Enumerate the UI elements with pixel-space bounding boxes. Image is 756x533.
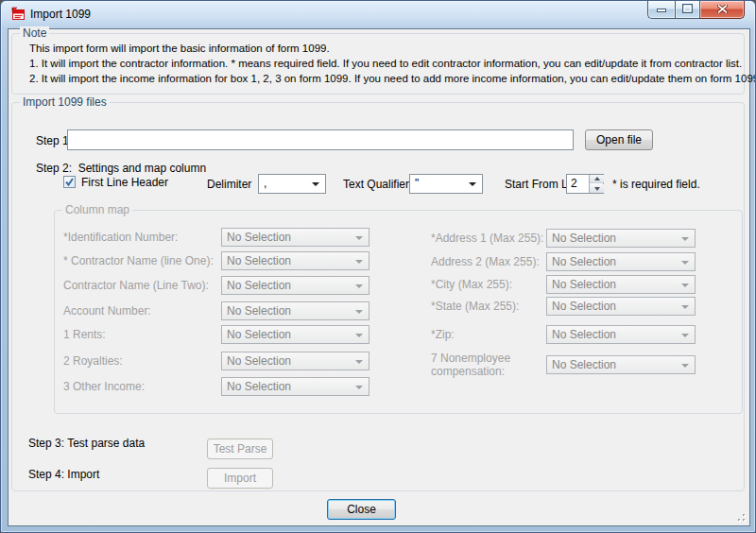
test-parse-button[interactable]: Test Parse: [207, 438, 273, 459]
identification-number-select[interactable]: No Selection: [221, 228, 369, 247]
column-map-row: 1 Rents: No Selection: [63, 325, 369, 344]
resize-grip-icon[interactable]: [734, 510, 747, 523]
chevron-down-icon: [355, 284, 363, 288]
chevron-down-icon: [681, 261, 689, 265]
chevron-down-icon: [469, 182, 476, 186]
city-select[interactable]: No Selection: [546, 275, 696, 294]
spinner-down-button[interactable]: [590, 184, 604, 193]
address1-select[interactable]: No Selection: [546, 229, 696, 248]
note-line-2: 1. It will import the contractor informa…: [29, 58, 742, 69]
other-income-label: 3 Other Income:: [63, 380, 145, 393]
contractor-name-two-select[interactable]: No Selection: [221, 276, 369, 295]
chevron-down-icon: [355, 386, 363, 389]
form-1099-icon: [10, 7, 26, 22]
column-map-row: 2 Royalties: No Selection: [63, 352, 369, 370]
delimiter-label: Delimiter: [207, 178, 251, 191]
chevron-down-icon: [681, 284, 689, 287]
contractor-name-two-label: Contractor Name (Line Two):: [63, 279, 209, 292]
close-button[interactable]: Close: [327, 499, 396, 520]
note-groupbox: Note This import form will import the ba…: [11, 33, 745, 95]
note-groupbox-title: Note: [20, 26, 49, 40]
text-qualifier-select[interactable]: ": [409, 174, 483, 194]
royalties-select[interactable]: No Selection: [221, 352, 369, 370]
royalties-label: 2 Royalties:: [63, 354, 123, 368]
chevron-down-icon: [681, 305, 689, 309]
column-map-row: *Zip: No Selection: [431, 325, 696, 344]
chevron-down-icon: [312, 182, 319, 186]
close-icon: [717, 3, 728, 16]
column-map-row: *State (Max 255): No Selection: [431, 297, 696, 316]
checkmark-icon: [64, 177, 75, 187]
chevron-down-icon: [681, 334, 689, 337]
spinner-up-button[interactable]: [590, 175, 604, 183]
file-path-input[interactable]: [67, 129, 574, 150]
note-line-3: 2. It will import the income information…: [29, 73, 756, 84]
first-line-header-checkbox[interactable]: [63, 176, 76, 188]
chevron-down-icon: [355, 310, 363, 314]
open-file-button[interactable]: Open file: [585, 129, 653, 150]
delimiter-select[interactable]: ,: [258, 174, 326, 194]
identification-number-label: *Identification Number:: [63, 231, 178, 244]
window-title: Import 1099: [30, 8, 91, 21]
rents-label: 1 Rents:: [63, 328, 106, 341]
step2-label: Step 2: Settings and map column: [36, 162, 206, 175]
contractor-name-one-select[interactable]: No Selection: [221, 251, 369, 270]
address2-select[interactable]: No Selection: [546, 252, 696, 271]
nonemployee-compensation-label: 7 Nonemployee compensation:: [431, 352, 525, 378]
chevron-down-icon: [355, 360, 363, 364]
step4-label: Step 4: Import: [28, 468, 99, 481]
account-number-label: Account Number:: [63, 304, 151, 318]
column-map-row: *Address 1 (Max 255): No Selection: [431, 229, 696, 248]
minimize-icon: [657, 3, 666, 16]
zip-select[interactable]: No Selection: [546, 325, 696, 344]
state-select[interactable]: No Selection: [546, 297, 696, 316]
minimize-button[interactable]: [647, 1, 675, 19]
address2-label: Address 2 (Max 255):: [431, 255, 540, 268]
contractor-name-one-label: * Contractor Name (line One):: [63, 254, 214, 267]
chevron-down-icon: [681, 237, 689, 241]
dialog-client-area: Note This import form will import the ba…: [8, 28, 750, 526]
column-map-row: * Contractor Name (line One): No Selecti…: [63, 251, 369, 270]
chevron-down-icon: [681, 364, 689, 368]
chevron-down-icon: [355, 260, 363, 264]
state-label: *State (Max 255):: [431, 300, 519, 313]
rents-select[interactable]: No Selection: [221, 325, 369, 344]
chevron-down-icon: [355, 236, 363, 240]
nonemployee-compensation-select[interactable]: No Selection: [546, 355, 696, 374]
first-line-header-label[interactable]: First Line Header: [81, 176, 168, 189]
chevron-down-icon: [355, 334, 363, 337]
column-map-row: Contractor Name (Line Two): No Selection: [63, 276, 369, 295]
column-map-row: 7 Nonemployee compensation: No Selection: [431, 355, 696, 374]
start-from-line-stepper[interactable]: 2: [566, 174, 604, 194]
import-button[interactable]: Import: [207, 468, 273, 489]
import-files-groupbox-title: Import 1099 files: [20, 95, 110, 109]
step3-label: Step 3: Test parse data: [28, 437, 145, 450]
column-map-row: Account Number: No Selection: [63, 301, 369, 320]
column-map-row: *City (Max 255): No Selection: [431, 275, 696, 294]
triangle-down-icon: [594, 187, 600, 191]
required-field-note: * is required field.: [612, 178, 700, 191]
other-income-select[interactable]: No Selection: [221, 377, 369, 396]
caption-buttons: [647, 1, 745, 19]
column-map-groupbox-title: Column map: [62, 203, 132, 216]
column-map-row: Address 2 (Max 255): No Selection: [431, 252, 696, 271]
maximize-icon: [682, 3, 693, 16]
zip-label: *Zip:: [431, 328, 455, 341]
column-map-row: *Identification Number: No Selection: [63, 228, 369, 247]
city-label: *City (Max 255):: [431, 278, 512, 291]
import-1099-window: Import 1099: [0, 0, 756, 533]
maximize-button[interactable]: [675, 1, 700, 19]
title-bar[interactable]: Import 1099: [1, 1, 755, 28]
account-number-select[interactable]: No Selection: [221, 301, 369, 320]
address1-label: *Address 1 (Max 255):: [431, 232, 543, 245]
triangle-up-icon: [594, 177, 600, 181]
text-qualifier-label: Text Qualifier: [343, 178, 409, 191]
column-map-row: 3 Other Income: No Selection: [63, 377, 369, 396]
note-line-1: This import form will import the basic i…: [29, 43, 330, 54]
close-button-caption[interactable]: [700, 1, 745, 19]
